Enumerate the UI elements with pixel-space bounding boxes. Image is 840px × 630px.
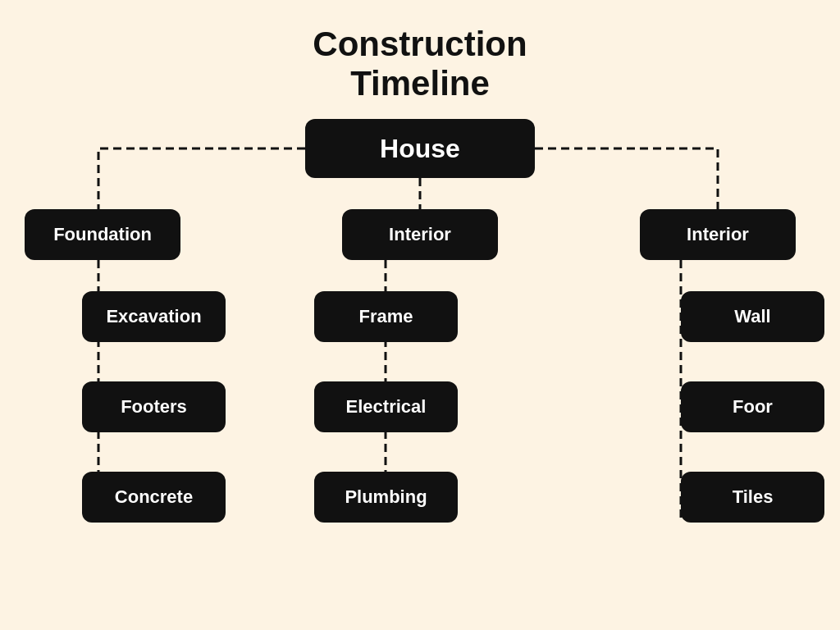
node-footers: Footers [82,381,226,432]
tree-container: House Foundation Excavation Footers Conc… [0,119,840,630]
node-concrete: Concrete [82,472,226,523]
node-excavation: Excavation [82,291,226,342]
node-electrical: Electrical [314,381,458,432]
node-house: House [305,119,535,178]
connectors-svg [0,119,840,630]
node-foor: Foor [681,381,824,432]
node-plumbing: Plumbing [314,472,458,523]
node-tiles: Tiles [681,472,824,523]
page-container: Construction Timeline [0,0,840,630]
node-wall: Wall [681,291,824,342]
node-frame: Frame [314,291,458,342]
node-foundation: Foundation [25,209,180,260]
node-interior-right: Interior [640,209,796,260]
node-interior-mid: Interior [342,209,498,260]
page-title: Construction Timeline [0,0,840,104]
